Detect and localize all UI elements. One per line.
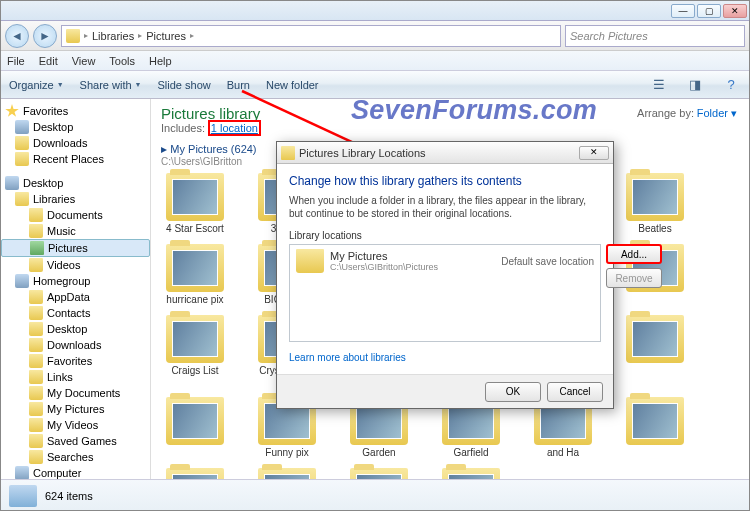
folder-icon xyxy=(29,322,43,336)
folder-thumb[interactable] xyxy=(161,397,229,458)
breadcrumb-seg[interactable]: Libraries xyxy=(92,30,134,42)
menu-help[interactable]: Help xyxy=(149,55,172,67)
sidebar-favorites[interactable]: Favorites xyxy=(1,103,150,119)
sidebar-item[interactable]: Desktop xyxy=(1,119,150,135)
sidebar-item[interactable]: Downloads xyxy=(1,135,150,151)
sidebar-item[interactable]: Videos xyxy=(1,257,150,273)
thumb-label: Garfield xyxy=(437,447,505,458)
star-icon xyxy=(5,104,19,118)
folder-icon xyxy=(166,173,224,221)
sidebar-item[interactable]: Downloads xyxy=(1,337,150,353)
menu-file[interactable]: File xyxy=(7,55,25,67)
add-button[interactable]: Add... xyxy=(606,244,662,264)
homegroup-icon xyxy=(15,274,29,288)
menu-tools[interactable]: Tools xyxy=(109,55,135,67)
folder-thumb[interactable]: 4 Star Escort xyxy=(161,173,229,234)
preview-pane-icon[interactable]: ◨ xyxy=(685,75,705,95)
sidebar-desktop[interactable]: Desktop xyxy=(1,175,150,191)
burn-button[interactable]: Burn xyxy=(227,79,250,91)
share-button[interactable]: Share with▼ xyxy=(80,79,142,91)
thumb-label: Funny pix xyxy=(253,447,321,458)
sidebar-item[interactable]: Searches xyxy=(1,449,150,465)
locations-label: Library locations xyxy=(289,230,601,241)
sidebar-item[interactable]: My Videos xyxy=(1,417,150,433)
thumb-label: hurricane pix xyxy=(161,294,229,305)
sidebar-item-pictures[interactable]: Pictures xyxy=(1,239,150,257)
sidebar-item[interactable]: AppData xyxy=(1,289,150,305)
view-options-icon[interactable]: ☰ xyxy=(649,75,669,95)
locations-list[interactable]: My Pictures C:\Users\GIBritton\Pictures … xyxy=(289,244,601,342)
search-input[interactable]: Search Pictures xyxy=(565,25,745,47)
ok-button[interactable]: OK xyxy=(485,382,541,402)
folder-thumb[interactable]: Hubble Pics xyxy=(345,468,413,479)
nav-tree[interactable]: Favorites Desktop Downloads Recent Place… xyxy=(1,99,151,479)
chevron-down-icon: ▼ xyxy=(135,81,142,88)
window-titlebar: — ▢ ✕ xyxy=(1,1,749,21)
help-icon[interactable]: ? xyxy=(721,75,741,95)
folder-thumb[interactable] xyxy=(161,468,229,479)
folder-thumb[interactable] xyxy=(621,315,689,387)
thumb-label: Garden xyxy=(345,447,413,458)
folder-icon xyxy=(29,338,43,352)
folder-icon xyxy=(626,397,684,445)
sidebar-item[interactable]: My Pictures xyxy=(1,401,150,417)
slideshow-button[interactable]: Slide show xyxy=(158,79,211,91)
folder-icon xyxy=(626,173,684,221)
folder-thumb[interactable]: Craigs List xyxy=(161,315,229,387)
menu-edit[interactable]: Edit xyxy=(39,55,58,67)
sidebar-homegroup[interactable]: Homegroup xyxy=(1,273,150,289)
item-count: 624 items xyxy=(45,490,93,502)
folder-icon xyxy=(29,450,43,464)
menu-view[interactable]: View xyxy=(72,55,96,67)
folder-icon xyxy=(66,29,80,43)
sidebar-item[interactable]: Links xyxy=(1,369,150,385)
thumb-label: Craigs List xyxy=(161,365,229,376)
breadcrumb-seg[interactable]: Pictures xyxy=(146,30,186,42)
sidebar-libraries[interactable]: Libraries xyxy=(1,191,150,207)
folder-thumb[interactable]: hurricane pix xyxy=(161,244,229,305)
cancel-button[interactable]: Cancel xyxy=(547,382,603,402)
folder-thumb[interactable]: Hummer memorial xyxy=(437,468,505,479)
remove-button: Remove xyxy=(606,268,662,288)
organize-button[interactable]: Organize▼ xyxy=(9,79,64,91)
sidebar-item[interactable]: Saved Games xyxy=(1,433,150,449)
folder-icon xyxy=(166,397,224,445)
sidebar-item[interactable]: Recent Places xyxy=(1,151,150,167)
chevron-down-icon: ▼ xyxy=(57,81,64,88)
dialog-titlebar[interactable]: Pictures Library Locations ✕ xyxy=(277,142,613,164)
thumb-label: Beatles xyxy=(621,223,689,234)
folder-icon xyxy=(29,224,43,238)
address-bar[interactable]: ▸ Libraries ▸ Pictures ▸ xyxy=(61,25,561,47)
sidebar-item[interactable]: My Documents xyxy=(1,385,150,401)
new-folder-button[interactable]: New folder xyxy=(266,79,319,91)
maximize-button[interactable]: ▢ xyxy=(697,4,721,18)
sidebar-item[interactable]: Music xyxy=(1,223,150,239)
dialog-close-button[interactable]: ✕ xyxy=(579,146,609,160)
folder-thumb[interactable]: Icons xyxy=(253,468,321,479)
sidebar-item[interactable]: Documents xyxy=(1,207,150,223)
location-name: My Pictures xyxy=(330,250,495,262)
chevron-icon: ▸ xyxy=(138,31,142,40)
minimize-button[interactable]: — xyxy=(671,4,695,18)
sidebar-item[interactable]: Contacts xyxy=(1,305,150,321)
sidebar-item[interactable]: Favorites xyxy=(1,353,150,369)
thumb-label: 4 Star Escort xyxy=(161,223,229,234)
learn-more-link[interactable]: Learn more about libraries xyxy=(289,352,406,363)
forward-button[interactable]: ► xyxy=(33,24,57,48)
status-bar: 624 items xyxy=(1,479,749,511)
status-thumbnail xyxy=(9,485,37,507)
menu-bar: File Edit View Tools Help xyxy=(1,51,749,71)
folder-icon xyxy=(15,152,29,166)
arrange-by[interactable]: Arrange by: Folder ▾ xyxy=(637,107,737,120)
sidebar-item[interactable]: Desktop xyxy=(1,321,150,337)
thumb-label: and Ha xyxy=(529,447,597,458)
locations-link[interactable]: 1 location xyxy=(208,120,261,136)
folder-thumb[interactable] xyxy=(621,397,689,458)
folder-icon xyxy=(442,468,500,479)
back-button[interactable]: ◄ xyxy=(5,24,29,48)
sidebar-computer[interactable]: Computer xyxy=(1,465,150,479)
close-button[interactable]: ✕ xyxy=(723,4,747,18)
location-item[interactable]: My Pictures C:\Users\GIBritton\Pictures … xyxy=(290,245,600,277)
folder-icon xyxy=(166,315,224,363)
folder-thumb[interactable]: Beatles xyxy=(621,173,689,234)
